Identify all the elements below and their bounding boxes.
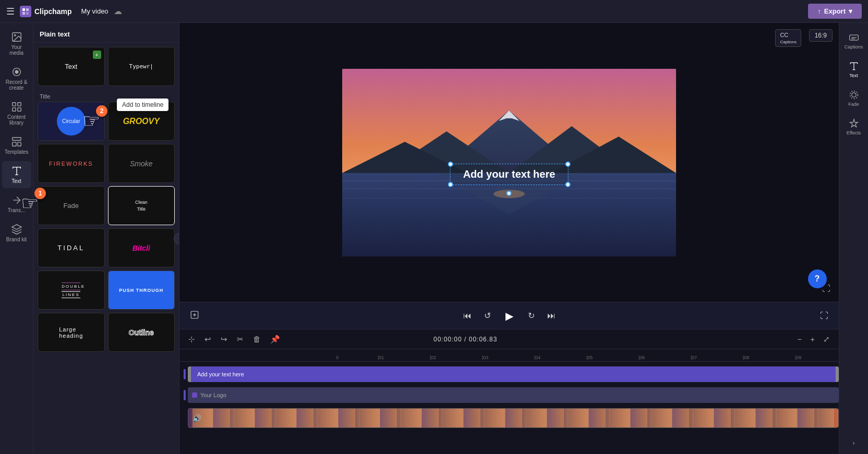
- logo-track-icon: [192, 392, 197, 398]
- track-content-logo[interactable]: Your Logo: [188, 387, 839, 403]
- ruler-mark-5: |05: [586, 355, 638, 360]
- text-add-icon: +: [93, 51, 101, 59]
- track-content-video[interactable]: 🔊: [188, 408, 839, 428]
- track-color-logo: [184, 390, 186, 400]
- right-item-fade[interactable]: Fade: [841, 85, 867, 111]
- svg-rect-9: [17, 103, 20, 106]
- play-button[interactable]: ▶: [501, 308, 517, 324]
- right-item-captions[interactable]: Captions: [841, 28, 867, 54]
- template-typewriter[interactable]: Typewr|: [108, 47, 175, 86]
- zoom-out-button[interactable]: −: [794, 333, 804, 345]
- preview-top-right: 16:9: [809, 29, 833, 42]
- sidebar-item-text[interactable]: Text: [2, 161, 31, 188]
- timeline-toolbar: ⊹ ↩ ↪ ✂ 🗑 📌 00:00:00 / 00:06.83 − + ⤢: [179, 329, 839, 349]
- right-collapse-button[interactable]: ›: [851, 437, 857, 449]
- skip-back-button[interactable]: ⏮: [461, 309, 474, 323]
- timeline-redo-button[interactable]: ↪: [218, 333, 230, 346]
- video-volume-icon: 🔊: [192, 414, 201, 422]
- right-item-text[interactable]: Text: [841, 57, 867, 82]
- skip-forward-button[interactable]: ⏭: [545, 309, 558, 323]
- playback-right-controls: ⛶: [818, 309, 830, 323]
- timeline-cut-button[interactable]: ✂: [234, 333, 246, 346]
- svg-rect-10: [12, 108, 15, 111]
- template-tidal[interactable]: TIDAL: [38, 228, 105, 267]
- video-frame-strip: [192, 409, 834, 427]
- video-title[interactable]: My video: [81, 7, 108, 15]
- template-circular[interactable]: Circular: [38, 102, 105, 141]
- svg-point-37: [851, 93, 855, 97]
- svg-rect-2: [22, 12, 25, 15]
- template-fireworks[interactable]: Fireworks: [38, 144, 105, 183]
- svg-rect-1: [26, 8, 29, 11]
- topbar: ☰ Clipchamp My video ☁ ↑ Export ▾: [0, 0, 868, 23]
- ruler-mark-9: |09: [795, 355, 839, 360]
- ruler-mark-3: |03: [482, 355, 534, 360]
- captions-button[interactable]: CCCaptions: [775, 29, 801, 47]
- template-push-through[interactable]: PUSH THROUGH: [108, 271, 175, 310]
- right-item-effects[interactable]: Effects: [841, 114, 867, 140]
- track-row-logo: Your Logo: [179, 386, 839, 404]
- track-label-logo: [184, 390, 188, 400]
- track-label-text: [184, 369, 188, 379]
- template-double-lines[interactable]: Double Lines: [38, 271, 105, 310]
- handle-bottom-left[interactable]: [448, 182, 453, 187]
- template-text[interactable]: Text +: [38, 47, 105, 86]
- hamburger-menu[interactable]: ☰: [6, 6, 15, 17]
- handle-top-left[interactable]: [448, 162, 453, 167]
- sidebar-item-brand-kit[interactable]: Brand kit: [2, 219, 31, 247]
- text-overlay[interactable]: Add your text here: [450, 164, 569, 185]
- template-outline[interactable]: Outline: [108, 313, 175, 352]
- logo-track-label: Your Logo: [200, 392, 226, 398]
- text-panel: Plain text Add to timeline Text + Typewr…: [33, 23, 179, 454]
- zoom-fit-button[interactable]: ⤢: [821, 333, 833, 346]
- handle-top-right[interactable]: [565, 162, 570, 167]
- rewind-button[interactable]: ↺: [482, 309, 493, 323]
- video-frames: 🔊: [192, 409, 834, 427]
- sidebar-item-your-media[interactable]: Your media: [2, 27, 31, 60]
- topbar-right: ↑ Export ▾: [808, 4, 862, 19]
- template-fade[interactable]: Fade: [38, 186, 105, 225]
- text-panel-header: Plain text: [33, 23, 179, 43]
- sidebar-item-transitions[interactable]: Trans...: [2, 190, 31, 217]
- template-glitch[interactable]: Bitcli: [108, 228, 175, 267]
- svg-point-7: [15, 70, 18, 73]
- topbar-left: ☰ Clipchamp My video ☁: [6, 6, 122, 17]
- track-row-video: 🔊: [179, 407, 839, 430]
- export-button[interactable]: ↑ Export ▾: [808, 4, 862, 19]
- text-panel-content[interactable]: Add to timeline Text + Typewr| Title Cir…: [33, 43, 179, 454]
- ruler-mark-2: |02: [430, 355, 482, 360]
- timeline-undo-button[interactable]: ↩: [202, 333, 214, 346]
- track-content-text[interactable]: Add your text here: [188, 366, 839, 382]
- center-area: 16:9: [179, 23, 839, 454]
- aspect-ratio-badge[interactable]: 16:9: [809, 29, 833, 42]
- track-row-text: Add your text here: [179, 365, 839, 384]
- left-sidebar: Your media Record & create Content libra…: [0, 23, 33, 454]
- timeline-sticker-button[interactable]: 📌: [268, 333, 283, 346]
- handle-bottom-right[interactable]: [565, 182, 570, 187]
- timeline-delete-button[interactable]: 🗑: [250, 333, 263, 345]
- svg-rect-13: [12, 142, 16, 146]
- sidebar-item-templates[interactable]: Templates: [2, 132, 31, 159]
- sidebar-item-record-create[interactable]: Record & create: [2, 62, 31, 95]
- zoom-in-button[interactable]: +: [807, 333, 817, 345]
- timeline-ruler: 0 |01 |02 |03 |04 |05: [179, 349, 839, 362]
- handle-rotate[interactable]: [507, 191, 512, 196]
- add-media-button[interactable]: [188, 308, 201, 324]
- app-logo: Clipchamp: [20, 6, 72, 17]
- sidebar-item-content-library[interactable]: Content library: [2, 97, 31, 130]
- template-smoke[interactable]: Smoke: [108, 144, 175, 183]
- track-handle-text-right[interactable]: [836, 366, 839, 382]
- ruler-mark-8: |08: [743, 355, 795, 360]
- right-sidebar: Captions Text Fade Effects ? ›: [839, 23, 868, 454]
- template-large-heading[interactable]: Largeheading: [38, 313, 105, 352]
- expand-button[interactable]: ⛶: [818, 309, 830, 323]
- timeline-cursor-tool[interactable]: ⊹: [186, 333, 198, 346]
- track-handle-text-left[interactable]: [188, 366, 191, 382]
- timeline-tracks: Add your text here Your Logo: [179, 362, 839, 454]
- svg-rect-14: [17, 142, 20, 146]
- template-clean-title[interactable]: CleanTitle: [108, 186, 175, 225]
- playback-bar: ⏮ ↺ ▶ ↻ ⏭ ⛶: [179, 302, 839, 329]
- svg-rect-11: [17, 108, 20, 111]
- help-button[interactable]: ?: [808, 269, 827, 288]
- fast-forward-button[interactable]: ↻: [526, 309, 537, 323]
